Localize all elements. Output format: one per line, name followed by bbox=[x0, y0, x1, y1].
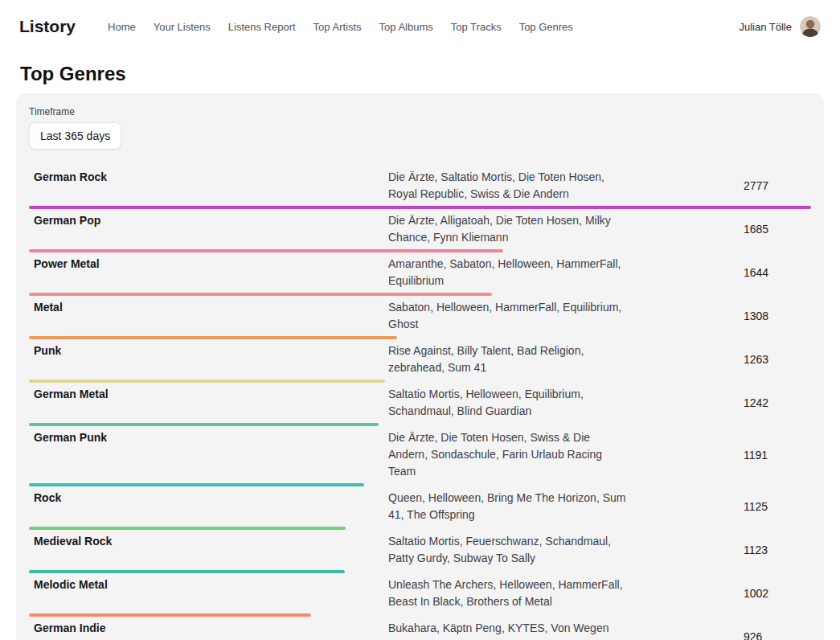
genre-artists: Bukahara, Käptn Peng, KYTES, Von Wegen L… bbox=[388, 620, 629, 640]
genre-name: German Punk bbox=[29, 429, 388, 446]
genre-name: Medieval Rock bbox=[29, 533, 388, 550]
genre-count: 1002 bbox=[744, 587, 811, 600]
user-avatar[interactable] bbox=[800, 16, 821, 37]
genre-count: 1191 bbox=[744, 449, 811, 462]
nav-link-top-tracks[interactable]: Top Tracks bbox=[451, 21, 502, 33]
genre-artists: Die Ärzte, Die Toten Hosen, Swiss & Die … bbox=[388, 429, 629, 480]
nav-links: HomeYour ListensListens ReportTop Artist… bbox=[108, 21, 573, 33]
genre-bar bbox=[29, 423, 379, 426]
genre-row: Punk Rise Against, Billy Talent, Bad Rel… bbox=[29, 341, 811, 384]
brand-logo[interactable]: Listory bbox=[19, 17, 76, 36]
genre-artists: Unleash The Archers, Helloween, HammerFa… bbox=[388, 576, 629, 610]
genre-row: German Indie Bukahara, Käptn Peng, KYTES… bbox=[29, 618, 811, 640]
genre-artists: Saltatio Mortis, Helloween, Equilibrium,… bbox=[388, 386, 629, 420]
genre-row: German Rock Die Ärzte, Saltatio Mortis, … bbox=[29, 167, 811, 211]
genre-name: German Rock bbox=[29, 169, 388, 186]
nav-link-top-artists[interactable]: Top Artists bbox=[313, 21, 362, 33]
genre-name: Punk bbox=[29, 343, 388, 359]
genre-bar bbox=[29, 483, 364, 486]
genre-count: 1125 bbox=[744, 500, 811, 513]
genre-artists: Sabaton, Helloween, HammerFall, Equilibr… bbox=[388, 299, 629, 333]
genre-artists: Die Ärzte, Saltatio Mortis, Die Toten Ho… bbox=[388, 169, 629, 203]
genre-name: Power Metal bbox=[29, 256, 388, 273]
nav-link-listens-report[interactable]: Listens Report bbox=[228, 21, 296, 33]
genre-count: 2777 bbox=[744, 179, 811, 192]
top-genres-panel: Timeframe Last 365 days German Rock Die … bbox=[16, 93, 824, 640]
genre-bar bbox=[29, 570, 345, 573]
nav-link-home[interactable]: Home bbox=[108, 21, 136, 33]
genre-artists: Amaranthe, Sabaton, Helloween, HammerFal… bbox=[388, 256, 629, 289]
genre-bar bbox=[29, 293, 492, 296]
genre-name: German Indie bbox=[29, 620, 388, 637]
genre-count: 1685 bbox=[744, 223, 811, 236]
genre-bar bbox=[29, 379, 385, 383]
genre-bar bbox=[29, 336, 397, 339]
page-title: Top Genres bbox=[20, 63, 820, 85]
genre-bar bbox=[29, 527, 346, 530]
avatar-image bbox=[800, 16, 821, 37]
timeframe-label: Timeframe bbox=[29, 106, 811, 117]
genre-artists: Queen, Helloween, Bring Me The Horizon, … bbox=[388, 490, 629, 523]
genre-bar bbox=[29, 613, 311, 617]
genre-row: Power Metal Amaranthe, Sabaton, Hellowee… bbox=[29, 254, 811, 297]
genre-row: Metal Sabaton, Helloween, HammerFall, Eq… bbox=[29, 297, 811, 341]
genre-count: 1242 bbox=[744, 396, 811, 409]
user-name[interactable]: Julian Tölle bbox=[739, 21, 792, 33]
genre-name: Rock bbox=[29, 490, 388, 507]
genre-name: Metal bbox=[29, 299, 388, 316]
page-content: Top Genres Timeframe Last 365 days Germa… bbox=[0, 63, 840, 640]
nav-link-top-albums[interactable]: Top Albums bbox=[379, 21, 433, 33]
genre-count: 1263 bbox=[744, 353, 811, 366]
nav-link-top-genres[interactable]: Top Genres bbox=[519, 21, 573, 33]
genre-count: 1308 bbox=[744, 310, 811, 322]
genre-name: German Metal bbox=[29, 386, 388, 403]
genre-bar bbox=[29, 249, 503, 252]
nav-link-your-listens[interactable]: Your Listens bbox=[154, 21, 211, 33]
genre-row: Melodic Metal Unleash The Archers, Hello… bbox=[29, 575, 811, 618]
genre-count: 1644 bbox=[744, 266, 811, 279]
genre-count: 1123 bbox=[744, 544, 811, 556]
genre-artists: Die Ärzte, Alligatoah, Die Toten Hosen, … bbox=[388, 212, 629, 246]
genre-row: Rock Queen, Helloween, Bring Me The Hori… bbox=[29, 488, 811, 531]
navbar-user-area: Julian Tölle bbox=[739, 16, 821, 37]
timeframe-select[interactable]: Last 365 days bbox=[29, 122, 121, 150]
genre-row: Medieval Rock Saltatio Mortis, Feuerschw… bbox=[29, 531, 811, 575]
genre-row: German Punk Die Ärzte, Die Toten Hosen, … bbox=[29, 428, 811, 488]
genre-bar bbox=[29, 206, 811, 209]
genre-table: German Rock Die Ärzte, Saltatio Mortis, … bbox=[29, 167, 811, 640]
genre-row: German Pop Die Ärzte, Alligatoah, Die To… bbox=[29, 211, 811, 254]
genre-artists: Saltatio Mortis, Feuerschwanz, Schandmau… bbox=[388, 533, 629, 567]
navbar: Listory HomeYour ListensListens ReportTo… bbox=[0, 0, 840, 53]
genre-name: Melodic Metal bbox=[29, 576, 388, 593]
genre-name: German Pop bbox=[29, 212, 388, 229]
genre-row: German Metal Saltatio Mortis, Helloween,… bbox=[29, 384, 811, 428]
genre-count: 926 bbox=[744, 630, 811, 640]
genre-artists: Rise Against, Billy Talent, Bad Religion… bbox=[388, 343, 629, 376]
